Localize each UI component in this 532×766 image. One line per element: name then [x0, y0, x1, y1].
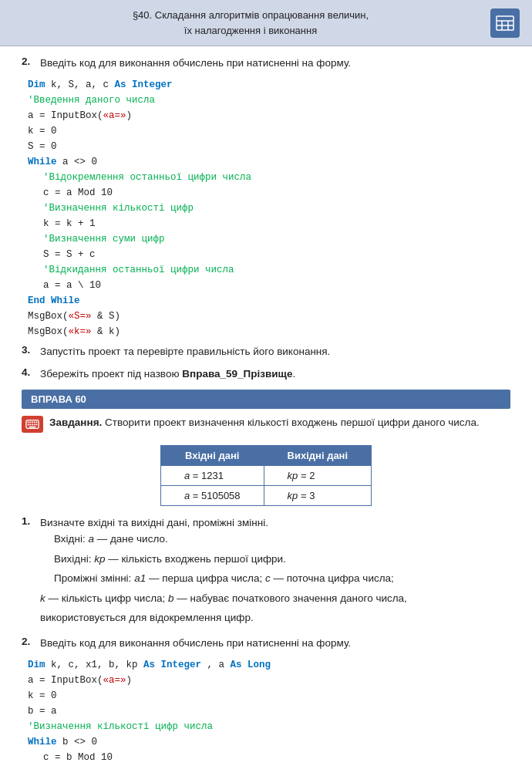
promizni-line3: використовується для відокремлення цифр. — [40, 609, 407, 626]
code-block-2: Dim k, c, x1, b, kp As Integer , a As Lo… — [22, 657, 510, 766]
code2-line-2: a = InputBox(«a=») — [28, 673, 510, 688]
data-table: Вхідні дані Вихідні дані a = 1231 kp = 2… — [160, 445, 372, 506]
svg-rect-8 — [32, 421, 33, 423]
code-line-6: While a <> 0 — [28, 154, 510, 170]
item-4: 4. Збережіть проект під назвою Вправа_59… — [22, 366, 510, 382]
item-4-text: Збережіть проект під назвою Вправа_59_Пр… — [40, 366, 295, 382]
item-2: 2. Введіть код для виконання обчислень п… — [22, 56, 510, 71]
header-title-line1: §40. Складання алгоритмів опрацювання ве… — [133, 9, 369, 21]
svg-rect-12 — [29, 423, 31, 425]
promizni-line: Проміжні змінні: a1 — перша цифра числа;… — [40, 570, 407, 587]
task-label: Завдання. — [49, 417, 102, 428]
promizni-line2: k — кількість цифр числа; b — набуває по… — [40, 590, 407, 607]
code-line-12: S = S + c — [28, 247, 510, 262]
svg-rect-14 — [34, 423, 35, 425]
svg-rect-11 — [28, 423, 29, 425]
keyboard-icon — [25, 419, 39, 430]
svg-rect-0 — [497, 16, 513, 30]
svg-rect-10 — [36, 421, 38, 423]
svg-rect-7 — [29, 421, 31, 423]
svg-rect-16 — [29, 426, 36, 427]
code-line-3: a = InputBox(«a=») — [28, 108, 510, 123]
item-3-num: 3. — [22, 344, 37, 359]
code2-line-6: While b <> 0 — [28, 734, 510, 750]
vxidni-line2: Вихідні: kp — кількість входжень першої … — [40, 551, 407, 568]
code2-line-5: 'Визначення кількості цифр числа — [28, 719, 510, 734]
task-description: Завдання. Створити проект визначення кіл… — [49, 415, 480, 431]
code-line-10: k = k + 1 — [28, 216, 510, 231]
code-line-2: 'Введення даного числа — [28, 93, 510, 108]
section2-item1-text: Визначте вхідні та вихідні дані, проміжн… — [40, 515, 407, 531]
code-line-8: c = a Mod 10 — [28, 185, 510, 201]
code-line-9: 'Визначення кількості цифр — [28, 201, 510, 216]
table-header-row: Вхідні дані Вихідні дані — [160, 445, 371, 465]
task-row: Завдання. Створити проект визначення кіл… — [22, 415, 510, 433]
header-title-line2: їх налагодження і виконання — [184, 25, 317, 36]
code-line-1: Dim k, S, a, c As Integer — [28, 77, 510, 93]
page: §40. Складання алгоритмів опрацювання ве… — [0, 0, 532, 766]
code-line-7: 'Відокремлення останньої цифри числа — [28, 170, 510, 185]
main-content: 2. Введіть код для виконання обчислень п… — [0, 46, 532, 766]
section2-item1-num: 1. — [22, 515, 37, 629]
item-2-num: 2. — [22, 56, 37, 71]
item-3: 3. Запустіть проект та перевірте правиль… — [22, 344, 510, 359]
task-icon — [22, 416, 43, 433]
svg-rect-6 — [28, 421, 29, 423]
table-cell-in2: a = 5105058 — [160, 485, 264, 505]
code2-line-3: k = 0 — [28, 688, 510, 704]
item-2-text: Введіть код для виконання обчислень при … — [40, 56, 351, 71]
item-3-text: Запустіть проект та перевірте правильніс… — [40, 344, 330, 359]
code-line-15: End While — [28, 293, 510, 309]
code2-line-7: c = b Mod 10 — [28, 750, 510, 765]
section2-item2-num: 2. — [22, 636, 37, 651]
table-row: a = 1231 kp = 2 — [160, 465, 371, 485]
section2-item2-text: Введіть код для виконання обчислень при … — [40, 636, 351, 651]
item-4-num: 4. — [22, 366, 37, 382]
code-line-17: MsgBox(«k=» & k) — [28, 324, 510, 339]
section2-item1-content: Визначте вхідні та вихідні дані, проміжн… — [40, 515, 407, 629]
table-icon — [496, 14, 514, 32]
header-icon — [490, 8, 520, 38]
code-line-16: MsgBox(«S=» & S) — [28, 309, 510, 324]
svg-rect-15 — [36, 423, 38, 425]
page-header: §40. Складання алгоритмів опрацювання ве… — [0, 0, 532, 46]
data-table-container: Вхідні дані Вихідні дані a = 1231 kp = 2… — [22, 439, 510, 515]
header-title: §40. Складання алгоритмів опрацювання ве… — [15, 8, 486, 38]
svg-rect-9 — [34, 421, 35, 423]
table-cell-out2: kp = 3 — [264, 485, 372, 505]
table-col1-header: Вхідні дані — [160, 445, 264, 465]
task-text: Створити проект визначення кількості вхо… — [102, 417, 479, 428]
code2-line-4: b = a — [28, 704, 510, 719]
code-line-13: 'Відкидання останньої цифри числа — [28, 262, 510, 278]
code-line-5: S = 0 — [28, 139, 510, 154]
code2-line-1: Dim k, c, x1, b, kp As Integer , a As Lo… — [28, 657, 510, 673]
table-cell-out1: kp = 2 — [264, 465, 372, 485]
code-line-14: a = a \ 10 — [28, 278, 510, 293]
code-line-4: k = 0 — [28, 123, 510, 139]
code-block-1: Dim k, S, a, c As Integer 'Введення дано… — [22, 77, 510, 339]
svg-rect-13 — [32, 423, 33, 425]
section2-item-1: 1. Визначте вхідні та вихідні дані, пром… — [22, 515, 510, 629]
table-col2-header: Вихідні дані — [264, 445, 372, 465]
vxidni-line: Вхідні: a — дане число. — [40, 531, 407, 548]
table-cell-in1: a = 1231 — [160, 465, 264, 485]
table-row: a = 5105058 kp = 3 — [160, 485, 371, 505]
vprawa-60-label: ВПРАВА 60 — [31, 393, 86, 405]
vprawa-60-header: ВПРАВА 60 — [22, 390, 510, 409]
code-line-11: 'Визначення суми цифр — [28, 231, 510, 247]
section2-item-2: 2. Введіть код для виконання обчислень п… — [22, 636, 510, 651]
